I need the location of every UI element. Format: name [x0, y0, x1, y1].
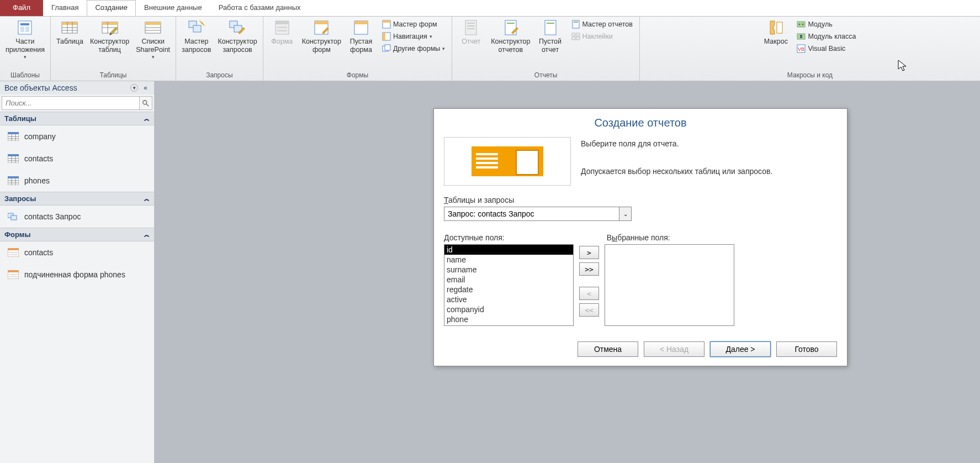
- available-fields-label: Доступные поля:: [444, 233, 505, 242]
- nav-collapse-button[interactable]: «: [141, 83, 150, 92]
- nav-item-phones[interactable]: phones: [0, 170, 154, 192]
- svg-rect-49: [576, 33, 580, 36]
- tab-home[interactable]: Главная: [43, 0, 87, 16]
- selected-fields-label: Выбранные поля:: [607, 233, 670, 242]
- blank-report-label: Пустойотчет: [539, 38, 561, 54]
- form-design-icon: [312, 19, 330, 36]
- sharepoint-lists-button[interactable]: СпискиSharePoint: [133, 18, 173, 61]
- macro-icon: [767, 19, 785, 36]
- table-design-button[interactable]: Конструктортаблиц: [87, 18, 133, 55]
- list-item[interactable]: phone: [444, 314, 573, 324]
- blank-report-button[interactable]: Пустойотчет: [534, 18, 567, 55]
- finish-button[interactable]: Готово: [776, 341, 837, 357]
- query-design-button[interactable]: Конструкторзапросов: [214, 18, 260, 55]
- cancel-button[interactable]: Отмена: [578, 341, 638, 357]
- class-module-icon: [797, 32, 806, 41]
- navigation-pane: Все объекты Access ▼ « Таблицы︽ company …: [0, 81, 155, 463]
- list-item[interactable]: id: [444, 245, 573, 255]
- combo-dropdown-button[interactable]: ⌄: [619, 207, 632, 221]
- tables-queries-input[interactable]: [444, 207, 619, 221]
- group-macros-label: Макросы и код: [787, 70, 833, 81]
- svg-rect-0: [18, 21, 31, 34]
- form-wizard-button[interactable]: Мастер форм: [380, 19, 447, 30]
- query-wizard-icon: [188, 19, 205, 36]
- class-module-button[interactable]: Модуль класса: [794, 31, 858, 42]
- list-item[interactable]: active: [444, 294, 573, 304]
- tables-queries-label: Таблицы и запросы: [444, 196, 837, 204]
- add-all-button[interactable]: >>: [579, 262, 599, 276]
- menu-tabs: Файл Главная Создание Внешние данные Раб…: [0, 0, 980, 16]
- group-templates: Частиприложения Шаблоны: [0, 17, 51, 81]
- tab-external-data[interactable]: Внешние данные: [136, 0, 210, 16]
- svg-rect-75: [8, 176, 19, 178]
- table-icon: [8, 132, 19, 141]
- search-button[interactable]: [139, 96, 152, 110]
- nav-item-company[interactable]: company: [0, 125, 154, 148]
- table-button[interactable]: Таблица: [53, 18, 87, 47]
- blank-form-button[interactable]: Пустаяформа: [345, 18, 378, 55]
- tables-queries-combo[interactable]: ⌄: [444, 207, 632, 221]
- collapse-icon[interactable]: ︽: [144, 195, 150, 203]
- query-design-icon: [229, 19, 246, 36]
- nav-item-contacts-query[interactable]: contacts Запрос: [0, 206, 154, 228]
- nav-item-form-contacts[interactable]: contacts: [0, 241, 154, 264]
- add-field-button[interactable]: >: [579, 246, 599, 259]
- svg-rect-15: [145, 22, 161, 25]
- svg-rect-31: [354, 21, 368, 24]
- query-wizard-button[interactable]: Мастерзапросов: [178, 18, 214, 55]
- sharepoint-label: СпискиSharePoint: [136, 38, 170, 54]
- form-design-button[interactable]: Конструкторформ: [299, 18, 345, 55]
- wizard-description: Выберите поля для отчета. Допускается вы…: [581, 137, 837, 186]
- group-tables-label: Таблицы: [99, 70, 126, 81]
- group-queries-label: Запросы: [206, 70, 232, 81]
- nav-header[interactable]: Все объекты Access ▼ «: [0, 81, 154, 94]
- tab-file[interactable]: Файл: [0, 0, 43, 16]
- form-icon: [8, 270, 19, 279]
- nav-item-contacts[interactable]: contacts: [0, 148, 154, 170]
- svg-rect-41: [467, 28, 475, 29]
- tab-create[interactable]: Создание: [87, 0, 136, 16]
- svg-rect-45: [547, 23, 554, 24]
- collapse-icon[interactable]: ︽: [144, 231, 150, 239]
- visual-basic-button[interactable]: VBVisual Basic: [794, 43, 858, 54]
- wizard-title: Создание отчетов: [444, 117, 837, 129]
- svg-rect-33: [383, 20, 390, 23]
- list-item[interactable]: regdate: [444, 285, 573, 294]
- module-button[interactable]: Модуль: [794, 19, 858, 30]
- canvas: Создание отчетов Выберите поля для отчет…: [155, 81, 980, 463]
- report-design-button[interactable]: Конструкторотчетов: [488, 18, 533, 55]
- application-parts-button[interactable]: Частиприложения: [2, 18, 48, 61]
- more-forms-button[interactable]: Другие формы: [380, 43, 447, 54]
- list-item[interactable]: email: [444, 275, 573, 285]
- collapse-icon[interactable]: ︽: [144, 115, 150, 123]
- svg-rect-85: [9, 254, 18, 255]
- svg-rect-44: [545, 20, 556, 35]
- macro-button[interactable]: Макрос: [759, 18, 792, 47]
- nav-section-tables[interactable]: Таблицы︽: [0, 112, 154, 125]
- list-item[interactable]: companyid: [444, 304, 573, 314]
- nav-item-form-phones-sub[interactable]: подчиненная форма phones: [0, 264, 154, 286]
- form-button: Форма: [266, 18, 299, 47]
- nav-dropdown-icon[interactable]: ▼: [130, 84, 138, 92]
- navigation-icon: [382, 32, 391, 41]
- table-icon: [8, 176, 19, 185]
- svg-rect-1: [20, 23, 29, 25]
- ribbon: Частиприложения Шаблоны Таблица Конструк…: [0, 16, 980, 81]
- list-item[interactable]: name: [444, 255, 573, 265]
- group-reports-label: Отчеты: [534, 70, 557, 81]
- report-wizard-button[interactable]: Мастер отчетов: [569, 19, 635, 30]
- report-button: Отчет: [454, 18, 488, 47]
- navigation-button[interactable]: Навигация: [380, 31, 447, 42]
- svg-rect-84: [9, 252, 18, 253]
- form-icon: [8, 248, 19, 257]
- search-icon: [142, 99, 150, 107]
- tab-database-tools[interactable]: Работа с базами данных: [210, 0, 309, 16]
- available-fields-list[interactable]: id name surname email regdate active com…: [444, 244, 574, 326]
- nav-section-forms[interactable]: Формы︽: [0, 228, 154, 241]
- list-item[interactable]: surname: [444, 265, 573, 275]
- next-button[interactable]: Далее >: [710, 341, 771, 357]
- nav-section-queries[interactable]: Запросы︽: [0, 192, 154, 206]
- selected-fields-list[interactable]: [605, 244, 734, 326]
- report-wizard-dialog: Создание отчетов Выберите поля для отчет…: [433, 108, 847, 366]
- search-input[interactable]: [2, 96, 139, 110]
